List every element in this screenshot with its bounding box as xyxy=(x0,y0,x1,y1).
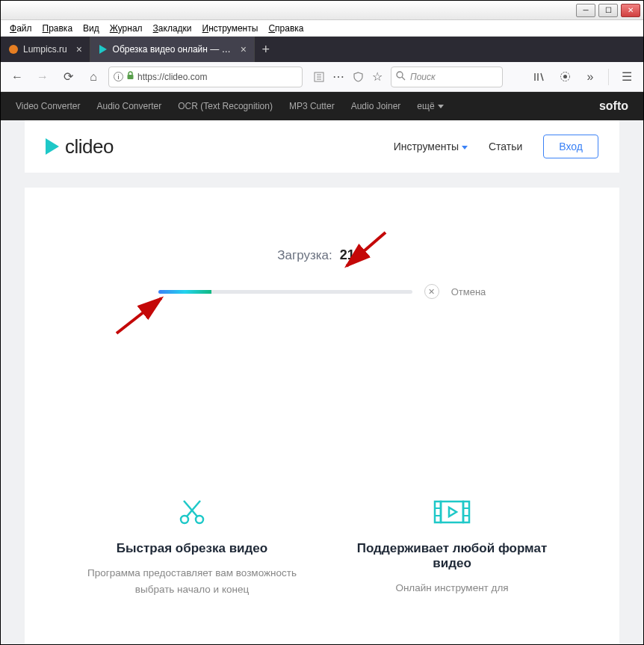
favicon-icon xyxy=(98,44,108,55)
svg-point-6 xyxy=(397,72,403,78)
menu-history[interactable]: Журнал xyxy=(105,22,147,35)
svg-line-7 xyxy=(402,77,405,80)
menu-help[interactable]: Справка xyxy=(264,22,308,35)
logo-text: clideo xyxy=(65,135,114,158)
svg-point-0 xyxy=(9,45,18,54)
svg-rect-19 xyxy=(463,502,469,522)
svg-point-14 xyxy=(196,516,203,523)
nav-articles[interactable]: Статьи xyxy=(489,141,522,152)
cancel-button[interactable]: Отмена xyxy=(451,286,486,297)
menu-tools[interactable]: Инструменты xyxy=(198,22,263,35)
nav-link[interactable]: Audio Joiner xyxy=(351,101,401,111)
new-tab-button[interactable]: + xyxy=(255,37,277,62)
menu-file[interactable]: Файл xyxy=(5,22,37,35)
tab-lumpics[interactable]: Lumpics.ru × xyxy=(1,37,90,62)
app-menu-button[interactable]: ☰ xyxy=(616,67,637,87)
reader-mode-icon[interactable] xyxy=(310,67,328,87)
nav-link[interactable]: OCR (Text Recognition) xyxy=(178,101,273,111)
tab-clideo[interactable]: Обрезка видео онлайн — Обр × xyxy=(90,37,255,62)
extensions-icon[interactable] xyxy=(554,67,575,87)
back-button[interactable]: ← xyxy=(7,67,28,87)
login-button[interactable]: Вход xyxy=(543,135,598,158)
feature-text: Онлайн инструмент для xyxy=(337,580,567,596)
chevron-down-icon xyxy=(462,146,468,149)
clideo-logo[interactable]: clideo xyxy=(46,135,114,158)
feature-title: Быстрая обрезка видео xyxy=(77,541,307,556)
svg-point-12 xyxy=(563,75,567,78)
url-text: https://clideo.com xyxy=(137,72,207,82)
cancel-icon[interactable]: ✕ xyxy=(424,284,439,299)
upload-label: Загрузка: xyxy=(277,248,332,263)
browser-menubar: Файл Правка Вид Журнал Закладки Инструме… xyxy=(1,20,643,37)
video-format-icon xyxy=(337,493,567,531)
softo-nav: Video Converter Audio Converter OCR (Tex… xyxy=(1,92,643,120)
progress-fill xyxy=(158,290,211,294)
upload-panel: Загрузка: 21% ✕ Отмена xyxy=(25,188,619,645)
nav-tools[interactable]: Инструменты xyxy=(394,141,468,152)
nav-link[interactable]: MP3 Cutter xyxy=(289,101,335,111)
close-icon[interactable]: × xyxy=(76,43,82,55)
svg-marker-24 xyxy=(449,507,456,516)
scissors-icon xyxy=(77,493,307,531)
bookmark-star-icon[interactable]: ☆ xyxy=(368,67,386,87)
tab-title: Обрезка видео онлайн — Обр xyxy=(113,44,236,55)
svg-line-16 xyxy=(184,501,197,516)
home-button[interactable]: ⌂ xyxy=(83,67,104,87)
feature-fast-cut: Быстрая обрезка видео Программа предоста… xyxy=(77,493,307,597)
library-icon[interactable] xyxy=(529,67,550,87)
search-placeholder: Поиск xyxy=(410,72,436,82)
reload-button[interactable]: ⟳ xyxy=(58,67,78,87)
window-titlebar: ─ ☐ ✕ xyxy=(1,1,643,20)
svg-rect-17 xyxy=(441,502,463,522)
svg-line-15 xyxy=(187,501,200,516)
favicon-icon xyxy=(8,44,19,55)
nav-link[interactable]: Audio Converter xyxy=(97,101,162,111)
nav-more[interactable]: ещё xyxy=(417,101,443,111)
page-actions-icon[interactable]: ⋯ xyxy=(329,67,347,87)
softo-logo: softo xyxy=(599,99,628,113)
info-icon: i xyxy=(114,72,123,81)
url-input[interactable]: i https://clideo.com xyxy=(108,67,303,87)
svg-rect-18 xyxy=(435,502,441,522)
upload-percent: 21% xyxy=(340,247,367,263)
address-toolbar: ← → ⟳ ⌂ i https://clideo.com ⋯ ☆ Поиск xyxy=(1,62,643,92)
nav-link[interactable]: Video Converter xyxy=(16,101,81,111)
menu-edit[interactable]: Правка xyxy=(38,22,78,35)
window-minimize-button[interactable]: ─ xyxy=(576,4,595,17)
feature-title: Поддерживает любой формат видео xyxy=(337,541,567,571)
progress-bar xyxy=(158,290,412,294)
svg-point-13 xyxy=(181,516,188,523)
feature-any-format: Поддерживает любой формат видео Онлайн и… xyxy=(337,493,567,597)
window-maximize-button[interactable]: ☐ xyxy=(598,4,618,17)
menu-view[interactable]: Вид xyxy=(78,22,104,35)
window-close-button[interactable]: ✕ xyxy=(621,4,640,17)
overflow-icon[interactable]: » xyxy=(580,67,601,87)
svg-rect-1 xyxy=(128,75,134,79)
feature-text: Программа предоставляет вам возможность … xyxy=(77,565,307,597)
play-icon xyxy=(46,138,59,155)
site-header: clideo Инструменты Статьи Вход xyxy=(25,120,619,173)
search-input[interactable]: Поиск xyxy=(391,67,503,87)
close-icon[interactable]: × xyxy=(241,43,247,55)
menu-bookmarks[interactable]: Закладки xyxy=(149,22,196,35)
search-icon xyxy=(396,71,406,83)
chevron-down-icon xyxy=(438,105,444,108)
tab-title: Lumpics.ru xyxy=(23,44,67,55)
shield-icon[interactable] xyxy=(349,67,367,87)
lock-icon xyxy=(126,71,134,82)
svg-line-10 xyxy=(541,73,543,81)
forward-button[interactable]: → xyxy=(32,67,53,87)
tab-strip: Lumpics.ru × Обрезка видео онлайн — Обр … xyxy=(1,37,643,62)
